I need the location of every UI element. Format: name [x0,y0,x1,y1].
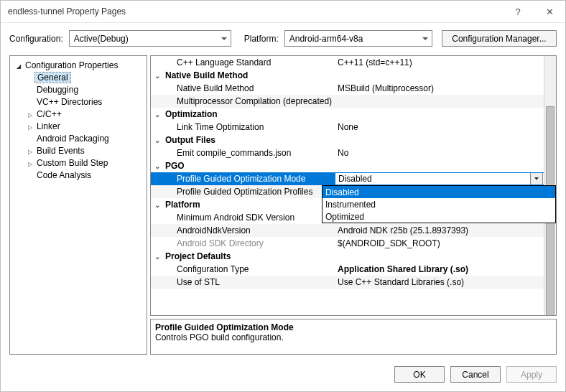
grid-prop-value[interactable]: Android NDK r25b (25.1.8937393) [335,225,544,235]
dropdown-option[interactable]: Disabled [323,186,555,198]
collapse-icon: ⌄ [151,201,164,209]
tree-item-label: Code Analysis [34,170,93,180]
grid-prop-name: AndroidNdkVersion [164,225,335,235]
grid-prop-name: PGO [164,161,323,171]
grid-row[interactable]: Android SDK Directory$(ANDROID_SDK_ROOT) [151,237,544,250]
grid-prop-name: Platform [164,200,323,210]
tree-item-label: C/C++ [34,109,64,119]
dropdown-button[interactable] [530,172,543,185]
tree-item[interactable]: Code Analysis [10,169,147,181]
grid-row[interactable]: Configuration TypeApplication Shared Lib… [151,263,544,276]
config-toolbar: Configuration: Active(Debug) Platform: A… [1,23,565,54]
dropdown-option[interactable]: Optimized [323,210,555,223]
nav-tree[interactable]: Configuration Properties GeneralDebuggin… [9,55,147,355]
grid-prop-name: Minimum Android SDK Version [164,213,335,223]
tree-item-label: Build Events [34,146,87,156]
platform-value: Android-arm64-v8a [289,34,363,44]
grid-prop-value[interactable]: No [335,148,544,158]
description-title: Profile Guided Optimization Mode [155,322,552,332]
grid-row[interactable]: AndroidNdkVersionAndroid NDK r25b (25.1.… [151,224,544,237]
tree-item[interactable]: General [10,71,147,83]
window-controls: ? ✕ [502,1,565,22]
tree-item[interactable]: Custom Build Step [10,157,147,169]
property-pages-dialog: endless-tunnel Property Pages ? ✕ Config… [0,0,566,392]
grid-prop-name: Configuration Type [164,264,335,274]
grid-row[interactable]: Use of STLUse C++ Standard Libraries (.s… [151,276,544,289]
tree-item-label: Linker [34,121,62,131]
configuration-combo[interactable]: Active(Debug) [69,30,231,47]
grid-prop-name: Android SDK Directory [164,238,335,248]
grid-category[interactable]: ⌄Native Build Method [151,69,544,82]
ok-button[interactable]: OK [394,366,445,383]
grid-row[interactable]: Native Build MethodMSBuild (Multiprocess… [151,82,544,95]
content-area: Configuration Properties GeneralDebuggin… [1,54,565,359]
chevron-right-icon [26,146,34,155]
platform-combo[interactable]: Android-arm64-v8a [284,30,432,47]
chevron-down-icon [14,61,23,70]
window-title: endless-tunnel Property Pages [8,6,126,17]
chevron-right-icon [26,110,34,118]
property-grid[interactable]: C++ Language StandardC++11 (std=c++11)⌄N… [150,55,557,316]
apply-button[interactable]: Apply [506,366,557,383]
grid-row[interactable]: Emit compile_commands.jsonNo [151,146,544,159]
grid-prop-value[interactable]: None [335,122,544,132]
tree-item[interactable]: C/C++ [10,108,147,120]
platform-label: Platform: [244,34,279,44]
cancel-button[interactable]: Cancel [450,366,501,383]
right-panel: C++ Language StandardC++11 (std=c++11)⌄N… [150,55,557,355]
titlebar: endless-tunnel Property Pages ? ✕ [1,1,565,23]
grid-prop-name: Optimization [164,109,323,119]
tree-item-label: General [34,72,71,83]
tree-item-label: Custom Build Step [34,158,110,168]
configuration-label: Configuration: [9,34,63,44]
tree-item[interactable]: Debugging [10,83,147,95]
grid-category[interactable]: ⌄Output Files [151,134,544,146]
grid-prop-name: Profile Guided Optimization Profiles [164,187,335,197]
grid-prop-name: Link Time Optimization [164,122,335,132]
grid-prop-name: C++ Language Standard [164,57,335,67]
grid-prop-value[interactable]: Application Shared Library (.so) [335,264,544,274]
configuration-manager-button[interactable]: Configuration Manager... [442,30,557,47]
grid-row[interactable]: Multiprocessor Compilation (deprecated) [151,95,544,108]
chevron-right-icon [26,122,34,131]
tree-item[interactable]: Build Events [10,144,147,157]
tree-item-label: VC++ Directories [34,97,104,107]
grid-prop-name: Project Defaults [164,251,323,261]
grid-row[interactable]: Profile Guided Optimization ModeDisabled [151,172,544,185]
tree-item-label: Android Packaging [34,134,111,144]
collapse-icon: ⌄ [151,136,164,144]
collapse-icon: ⌄ [151,72,164,80]
grid-category[interactable]: ⌄Project Defaults [151,250,544,263]
chevron-right-icon [26,159,34,167]
collapse-icon: ⌄ [151,253,164,261]
grid-row[interactable]: C++ Language StandardC++11 (std=c++11) [151,56,544,69]
grid-row[interactable]: Link Time OptimizationNone [151,121,544,134]
grid-category[interactable]: ⌄PGO [151,159,544,172]
tree-item[interactable]: Linker [10,120,147,132]
grid-prop-name: Profile Guided Optimization Mode [164,174,335,184]
grid-prop-name: Native Build Method [164,70,323,80]
description-body: Controls PGO build configuration. [155,332,552,342]
collapse-icon: ⌄ [151,162,164,170]
grid-category[interactable]: ⌄Optimization [151,108,544,121]
tree-root[interactable]: Configuration Properties [10,59,147,71]
dropdown-option[interactable]: Instrumented [323,198,555,210]
grid-prop-name: Output Files [164,135,323,145]
collapse-icon: ⌄ [151,111,164,118]
tree-item-label: Debugging [34,85,80,95]
pgo-mode-dropdown[interactable]: DisabledInstrumentedOptimized [322,185,556,223]
grid-prop-value[interactable]: C++11 (std=c++11) [335,57,544,67]
grid-prop-value[interactable]: Use C++ Standard Libraries (.so) [335,277,544,287]
grid-prop-value[interactable]: Disabled [335,172,544,185]
tree-item[interactable]: Android Packaging [10,132,147,144]
grid-prop-value[interactable]: MSBuild (Multiprocessor) [335,83,544,93]
dialog-buttons: OK Cancel Apply [1,359,565,391]
tree-item[interactable]: VC++ Directories [10,95,147,108]
grid-prop-name: Use of STL [164,277,335,287]
close-button[interactable]: ✕ [534,1,565,22]
configuration-value: Active(Debug) [74,34,129,44]
help-button[interactable]: ? [502,1,534,22]
grid-prop-value[interactable]: $(ANDROID_SDK_ROOT) [335,238,544,248]
grid-prop-name: Multiprocessor Compilation (deprecated) [164,96,335,106]
grid-prop-name: Emit compile_commands.json [164,148,335,158]
